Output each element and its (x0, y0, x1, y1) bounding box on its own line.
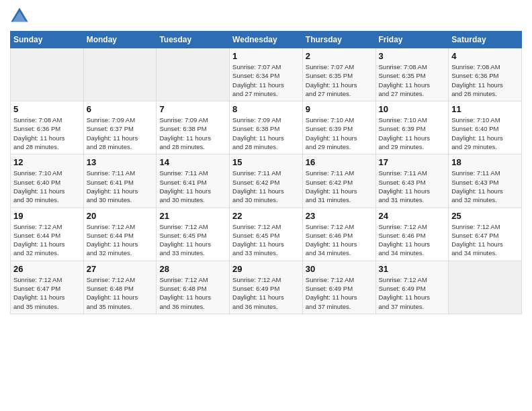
day-info: Sunrise: 7:12 AM Sunset: 6:44 PM Dayligh… (13, 222, 81, 258)
day-number: 6 (87, 104, 154, 114)
day-info: Sunrise: 7:08 AM Sunset: 6:35 PM Dayligh… (379, 62, 446, 98)
calendar-cell: 20Sunrise: 7:12 AM Sunset: 6:44 PM Dayli… (83, 208, 157, 261)
day-number: 8 (232, 104, 300, 114)
calendar-cell: 22Sunrise: 7:12 AM Sunset: 6:45 PM Dayli… (230, 208, 303, 261)
day-number: 13 (87, 157, 154, 167)
calendar-cell: 17Sunrise: 7:11 AM Sunset: 6:43 PM Dayli… (375, 154, 449, 208)
day-number: 21 (159, 211, 226, 221)
day-info: Sunrise: 7:12 AM Sunset: 6:46 PM Dayligh… (379, 222, 446, 258)
day-number: 16 (306, 157, 373, 167)
calendar-cell: 29Sunrise: 7:12 AM Sunset: 6:49 PM Dayli… (230, 261, 303, 314)
logo-icon (10, 7, 29, 26)
day-info: Sunrise: 7:12 AM Sunset: 6:47 PM Dayligh… (451, 222, 519, 258)
day-info: Sunrise: 7:12 AM Sunset: 6:46 PM Dayligh… (306, 222, 373, 258)
day-number: 14 (159, 157, 226, 167)
day-number: 11 (451, 104, 519, 114)
calendar-cell: 10Sunrise: 7:10 AM Sunset: 6:39 PM Dayli… (375, 101, 449, 154)
calendar-header-thursday: Thursday (302, 32, 375, 48)
calendar-cell: 19Sunrise: 7:12 AM Sunset: 6:44 PM Dayli… (11, 208, 84, 261)
calendar-cell: 9Sunrise: 7:10 AM Sunset: 6:39 PM Daylig… (302, 101, 375, 154)
day-info: Sunrise: 7:12 AM Sunset: 6:49 PM Dayligh… (306, 275, 373, 311)
calendar-cell (449, 261, 522, 314)
day-info: Sunrise: 7:12 AM Sunset: 6:48 PM Dayligh… (87, 275, 154, 311)
day-number: 2 (306, 51, 373, 61)
day-info: Sunrise: 7:12 AM Sunset: 6:49 PM Dayligh… (232, 275, 300, 311)
day-info: Sunrise: 7:11 AM Sunset: 6:41 PM Dayligh… (87, 169, 154, 204)
calendar-header-friday: Friday (375, 32, 449, 48)
day-info: Sunrise: 7:09 AM Sunset: 6:38 PM Dayligh… (232, 116, 300, 151)
day-number: 30 (306, 264, 373, 274)
calendar-cell: 3Sunrise: 7:08 AM Sunset: 6:35 PM Daylig… (375, 48, 449, 101)
day-number: 20 (87, 211, 154, 221)
calendar-cell: 26Sunrise: 7:12 AM Sunset: 6:47 PM Dayli… (11, 261, 84, 314)
day-info: Sunrise: 7:10 AM Sunset: 6:40 PM Dayligh… (451, 116, 519, 151)
calendar-cell: 15Sunrise: 7:11 AM Sunset: 6:42 PM Dayli… (230, 154, 303, 208)
day-number: 4 (451, 51, 519, 61)
calendar-header-tuesday: Tuesday (157, 32, 230, 48)
calendar-week-0: 1Sunrise: 7:07 AM Sunset: 6:34 PM Daylig… (11, 48, 522, 101)
calendar-cell: 21Sunrise: 7:12 AM Sunset: 6:45 PM Dayli… (157, 208, 230, 261)
day-number: 24 (379, 211, 446, 221)
day-number: 23 (306, 211, 373, 221)
calendar-header-saturday: Saturday (449, 32, 522, 48)
calendar-cell: 6Sunrise: 7:09 AM Sunset: 6:37 PM Daylig… (83, 101, 157, 154)
day-number: 12 (13, 157, 81, 167)
calendar-cell: 18Sunrise: 7:11 AM Sunset: 6:43 PM Dayli… (449, 154, 522, 208)
calendar-cell: 4Sunrise: 7:08 AM Sunset: 6:36 PM Daylig… (449, 48, 522, 101)
day-number: 10 (379, 104, 446, 114)
calendar-cell: 8Sunrise: 7:09 AM Sunset: 6:38 PM Daylig… (230, 101, 303, 154)
calendar-cell: 30Sunrise: 7:12 AM Sunset: 6:49 PM Dayli… (302, 261, 375, 314)
day-info: Sunrise: 7:12 AM Sunset: 6:49 PM Dayligh… (379, 275, 446, 311)
calendar-cell (11, 48, 84, 101)
day-number: 18 (451, 157, 519, 167)
calendar-cell: 31Sunrise: 7:12 AM Sunset: 6:49 PM Dayli… (375, 261, 449, 314)
logo (10, 7, 32, 26)
calendar-week-2: 12Sunrise: 7:10 AM Sunset: 6:40 PM Dayli… (11, 154, 522, 208)
calendar-cell: 14Sunrise: 7:11 AM Sunset: 6:41 PM Dayli… (157, 154, 230, 208)
day-number: 28 (159, 264, 226, 274)
calendar-header-sunday: Sunday (11, 32, 84, 48)
day-number: 31 (379, 264, 446, 274)
day-info: Sunrise: 7:12 AM Sunset: 6:47 PM Dayligh… (13, 275, 81, 311)
calendar-cell: 11Sunrise: 7:10 AM Sunset: 6:40 PM Dayli… (449, 101, 522, 154)
calendar-cell: 24Sunrise: 7:12 AM Sunset: 6:46 PM Dayli… (375, 208, 449, 261)
calendar-header-monday: Monday (83, 32, 157, 48)
calendar-cell: 13Sunrise: 7:11 AM Sunset: 6:41 PM Dayli… (83, 154, 157, 208)
day-info: Sunrise: 7:12 AM Sunset: 6:48 PM Dayligh… (159, 275, 226, 311)
calendar-cell: 2Sunrise: 7:07 AM Sunset: 6:35 PM Daylig… (302, 48, 375, 101)
day-number: 22 (232, 211, 300, 221)
calendar-cell: 5Sunrise: 7:08 AM Sunset: 6:36 PM Daylig… (11, 101, 84, 154)
day-info: Sunrise: 7:09 AM Sunset: 6:38 PM Dayligh… (159, 116, 226, 151)
calendar-cell: 16Sunrise: 7:11 AM Sunset: 6:42 PM Dayli… (302, 154, 375, 208)
day-info: Sunrise: 7:11 AM Sunset: 6:43 PM Dayligh… (379, 169, 446, 204)
day-info: Sunrise: 7:07 AM Sunset: 6:35 PM Dayligh… (306, 62, 373, 98)
day-number: 19 (13, 211, 81, 221)
day-number: 29 (232, 264, 300, 274)
day-number: 3 (379, 51, 446, 61)
calendar-header-wednesday: Wednesday (230, 32, 303, 48)
day-info: Sunrise: 7:07 AM Sunset: 6:34 PM Dayligh… (232, 62, 300, 98)
day-info: Sunrise: 7:08 AM Sunset: 6:36 PM Dayligh… (13, 116, 81, 151)
day-number: 26 (13, 264, 81, 274)
calendar-cell (157, 48, 230, 101)
calendar-week-4: 26Sunrise: 7:12 AM Sunset: 6:47 PM Dayli… (11, 261, 522, 314)
calendar-cell: 12Sunrise: 7:10 AM Sunset: 6:40 PM Dayli… (11, 154, 84, 208)
calendar-week-1: 5Sunrise: 7:08 AM Sunset: 6:36 PM Daylig… (11, 101, 522, 154)
calendar-header-row: SundayMondayTuesdayWednesdayThursdayFrid… (11, 32, 522, 48)
page-container: SundayMondayTuesdayWednesdayThursdayFrid… (0, 0, 532, 321)
day-number: 15 (232, 157, 300, 167)
calendar-cell: 28Sunrise: 7:12 AM Sunset: 6:48 PM Dayli… (157, 261, 230, 314)
page-header (10, 7, 522, 26)
calendar-cell: 7Sunrise: 7:09 AM Sunset: 6:38 PM Daylig… (157, 101, 230, 154)
day-number: 17 (379, 157, 446, 167)
calendar-cell (83, 48, 157, 101)
day-info: Sunrise: 7:11 AM Sunset: 6:41 PM Dayligh… (159, 169, 226, 204)
day-number: 7 (159, 104, 226, 114)
day-number: 1 (232, 51, 300, 61)
day-info: Sunrise: 7:10 AM Sunset: 6:40 PM Dayligh… (13, 169, 81, 204)
day-number: 9 (306, 104, 373, 114)
calendar-cell: 1Sunrise: 7:07 AM Sunset: 6:34 PM Daylig… (230, 48, 303, 101)
day-info: Sunrise: 7:10 AM Sunset: 6:39 PM Dayligh… (379, 116, 446, 151)
calendar-cell: 27Sunrise: 7:12 AM Sunset: 6:48 PM Dayli… (83, 261, 157, 314)
day-info: Sunrise: 7:12 AM Sunset: 6:45 PM Dayligh… (159, 222, 226, 258)
